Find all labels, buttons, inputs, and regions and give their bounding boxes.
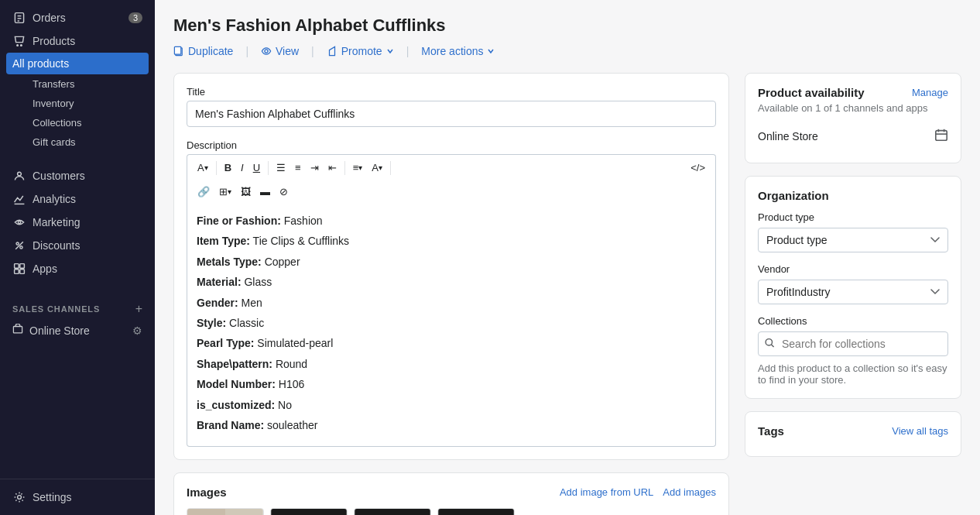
sidebar-item-products[interactable]: Products [0,29,155,53]
images-card: Images Add image from URL Add images [173,472,729,515]
svg-rect-15 [20,270,25,274]
collections-hint: Add this product to a collection so it's… [758,362,948,386]
svg-rect-22 [187,509,225,515]
table-button[interactable]: ⊞ ▾ [215,184,235,200]
description-label: Description [187,139,716,151]
svg-point-10 [20,246,22,249]
underline-button[interactable]: U [249,160,264,176]
italic-button[interactable]: I [237,160,248,176]
view-button[interactable]: View [261,45,299,57]
sidebar-item-discounts[interactable]: Discounts [0,234,155,257]
sidebar-item-apps[interactable]: Apps [0,257,155,280]
product-image-1[interactable] [187,508,264,515]
customize-icon[interactable]: ⚙ [132,324,142,337]
inventory-label: Inventory [33,98,74,109]
description-editor[interactable]: Fine or Fashion: Fashion Item Type: Tie … [187,203,716,447]
calendar-icon[interactable] [934,128,948,144]
customers-label: Customers [33,170,85,182]
duplicate-label: Duplicate [188,45,233,57]
vendor-select[interactable]: ProfitIndustry [758,280,948,304]
ordered-list-button[interactable]: ≡ [291,160,305,176]
product-image-2[interactable]: A A [270,508,348,515]
images-title: Images [187,486,227,499]
organization-card: Organization Product type Product type V… [745,176,961,399]
main-column: Title Description A ▾ B I U ☰ ≡ ⇥ ⇤ [173,73,729,515]
format-dropdown-button[interactable]: A ▾ [194,160,212,176]
link-button[interactable]: 🔗 [194,184,214,200]
duplicate-icon [173,46,184,57]
images-header: Images Add image from URL Add images [187,486,716,499]
indent-button[interactable]: ⇥ [307,160,323,176]
collections-field-label: Collections [758,315,948,327]
more-actions-button[interactable]: More actions [421,45,495,57]
svg-rect-32 [355,509,430,515]
svg-rect-16 [13,327,22,333]
duplicate-button[interactable]: Duplicate [173,45,233,57]
product-image-4[interactable]: J J [437,508,515,515]
bold-button[interactable]: B [221,160,235,176]
analytics-icon [12,192,26,206]
sidebar: Orders 3 Products All products Transfers… [0,0,155,515]
settings-label: Settings [33,491,72,503]
customers-icon [12,169,26,183]
availability-sub: Available on 1 of 1 channels and apps [758,102,948,114]
embed-button[interactable]: ▬ [256,184,274,200]
promote-button[interactable]: Promote [327,45,394,57]
sidebar-item-settings[interactable]: Settings [0,486,155,509]
sidebar-item-collections[interactable]: Collections [0,113,155,132]
apps-icon [12,262,26,276]
orders-badge: 3 [128,12,142,23]
view-all-tags-link[interactable]: View all tags [892,425,948,437]
side-column: Product availability Manage Available on… [745,73,961,515]
source-button[interactable]: </> [687,160,709,176]
title-label: Title [187,86,716,98]
sidebar-item-online-store[interactable]: Online Store ⚙ [0,319,155,342]
svg-rect-12 [15,264,19,269]
text-color-button[interactable]: A ▾ [368,160,386,176]
manage-link[interactable]: Manage [912,87,948,98]
images-grid: A A C C [187,508,716,515]
online-store-availability-label: Online Store [758,130,818,142]
svg-point-8 [18,221,20,223]
online-store-icon [12,324,23,337]
promote-label: Promote [341,45,382,57]
align-button[interactable]: ≡ ▾ [349,160,367,176]
apps-label: Apps [33,263,57,275]
sidebar-item-gift-cards[interactable]: Gift cards [0,132,155,152]
add-images-button[interactable]: Add images [663,486,716,498]
search-collections-input[interactable] [758,331,948,356]
image-button[interactable]: 🖼 [237,184,255,200]
sidebar-item-transfers[interactable]: Transfers [0,74,155,94]
page-title: Men's Fashion Alphabet Cufflinks [173,15,961,36]
all-products-label: All products [12,57,69,70]
svg-rect-13 [20,264,25,269]
sidebar-item-marketing[interactable]: Marketing [0,211,155,234]
tags-card: Tags View all tags [745,411,961,457]
orders-icon [12,11,26,25]
vendor-label: Vendor [758,263,948,275]
sidebar-item-customers[interactable]: Customers [0,164,155,187]
discounts-icon [12,239,26,252]
content-split: Title Description A ▾ B I U ☰ ≡ ⇥ ⇤ [173,73,961,515]
online-store-label: Online Store [29,324,90,337]
unordered-list-button[interactable]: ☰ [272,160,290,176]
add-image-url-button[interactable]: Add image from URL [560,486,653,498]
sales-channels-label: SALES CHANNELS [12,304,100,314]
product-type-select[interactable]: Product type [758,228,948,252]
product-image-3[interactable]: C C [354,508,431,515]
sidebar-item-orders[interactable]: Orders 3 [0,6,155,29]
add-sales-channel-icon[interactable]: + [135,302,142,316]
outdent-button[interactable]: ⇤ [324,160,341,176]
settings-icon [12,490,26,504]
sidebar-item-all-products[interactable]: All products [6,53,149,74]
clear-button[interactable]: ⊘ [276,184,292,200]
sidebar-item-inventory[interactable]: Inventory [0,94,155,113]
marketing-icon [12,215,26,229]
products-label: Products [33,35,75,47]
sidebar-item-analytics[interactable]: Analytics [0,187,155,211]
promote-icon [327,46,338,57]
title-input[interactable] [187,101,716,127]
product-type-label: Product type [758,211,948,223]
svg-rect-19 [174,46,180,54]
availability-title: Product availability [758,86,865,99]
